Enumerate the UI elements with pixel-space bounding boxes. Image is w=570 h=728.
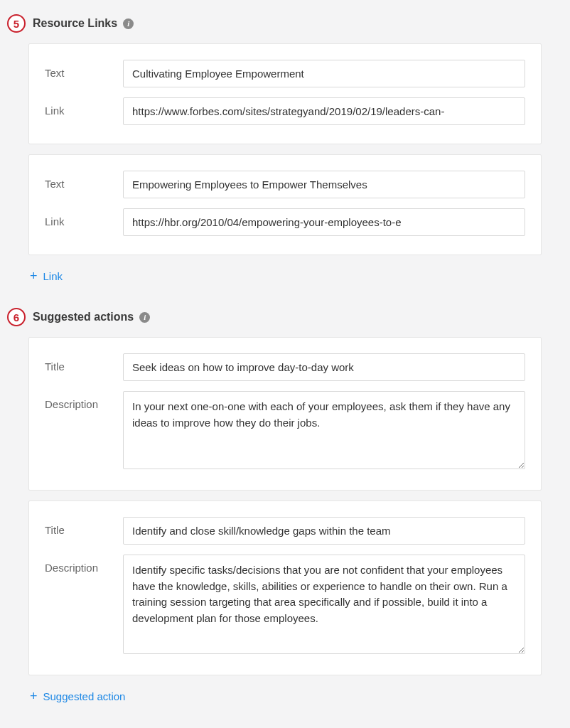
add-suggested-action-label: Suggested action: [43, 690, 126, 702]
text-label: Text: [45, 171, 123, 190]
suggested-actions-header: 6 Suggested actions i: [7, 308, 542, 326]
resource-link-card: Text Link: [28, 154, 542, 255]
step-badge-6: 6: [7, 308, 26, 326]
title-label: Title: [45, 353, 123, 373]
link-label: Link: [45, 97, 123, 117]
info-icon[interactable]: i: [139, 312, 150, 323]
step-badge-5: 5: [7, 14, 26, 33]
form-row: Title: [45, 353, 525, 381]
form-row: Link: [45, 97, 525, 125]
form-row: Description: [45, 391, 525, 471]
action-title-input[interactable]: [123, 517, 525, 545]
resource-text-input[interactable]: [123, 60, 525, 87]
title-label: Title: [45, 517, 123, 536]
plus-icon: +: [30, 269, 38, 282]
form-row: Description: [45, 555, 525, 656]
step-number: 5: [14, 18, 19, 30]
resource-link-input[interactable]: [123, 208, 525, 236]
action-description-textarea[interactable]: [123, 391, 525, 469]
text-label: Text: [45, 60, 123, 79]
info-icon[interactable]: i: [123, 18, 134, 29]
form-row: Text: [45, 171, 525, 198]
resource-links-header: 5 Resource Links i: [7, 14, 542, 33]
resource-link-input[interactable]: [123, 97, 525, 125]
suggested-action-card: Title Description: [28, 500, 542, 675]
step-number: 6: [14, 311, 19, 323]
description-label: Description: [45, 391, 123, 410]
action-description-textarea[interactable]: [123, 555, 525, 654]
resource-links-section: 5 Resource Links i Text Link Text Link: [28, 14, 542, 287]
resource-text-input[interactable]: [123, 171, 525, 198]
suggested-action-card: Title Description: [28, 337, 542, 491]
plus-icon: +: [30, 690, 38, 702]
form-row: Text: [45, 60, 525, 87]
suggested-actions-section: 6 Suggested actions i Title Description …: [28, 308, 542, 707]
link-label: Link: [45, 208, 123, 228]
add-link-label: Link: [43, 270, 63, 282]
resource-links-title: Resource Links: [33, 17, 117, 30]
form-row: Title: [45, 517, 525, 545]
description-label: Description: [45, 555, 123, 574]
suggested-actions-title: Suggested actions: [33, 311, 134, 323]
action-title-input[interactable]: [123, 353, 525, 381]
add-suggested-action-button[interactable]: + Suggested action: [28, 685, 542, 707]
form-row: Link: [45, 208, 525, 236]
add-link-button[interactable]: + Link: [28, 265, 542, 287]
resource-link-card: Text Link: [28, 43, 542, 144]
